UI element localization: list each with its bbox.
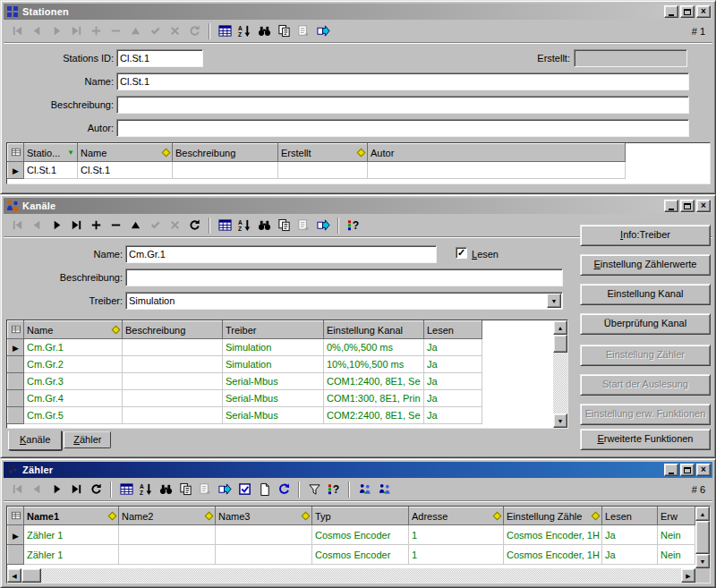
maximize-button[interactable] [680, 200, 695, 212]
cancel-record-button[interactable] [165, 217, 184, 234]
insert-record-button[interactable] [86, 22, 106, 40]
vertical-scrollbar[interactable]: ▲ ▼ [553, 320, 567, 428]
new-document-button[interactable] [254, 481, 274, 499]
sort-button[interactable] [234, 22, 254, 40]
filter-button[interactable] [304, 481, 324, 499]
search-button[interactable] [254, 22, 274, 40]
erweiterte-funktionen-button[interactable]: Erweiterte Funktionen [580, 429, 711, 450]
copy-button[interactable] [274, 22, 294, 40]
refresh-button[interactable] [184, 22, 204, 40]
cell[interactable] [119, 545, 216, 565]
column-header-treiber[interactable]: Treiber [223, 321, 324, 339]
cell[interactable] [119, 525, 216, 545]
cell[interactable] [173, 162, 278, 179]
cell[interactable]: Cm.Gr.3 [24, 373, 123, 390]
column-header-autor[interactable]: Autor [368, 144, 626, 162]
paste-button[interactable] [294, 217, 313, 234]
column-header-name3[interactable]: Name3 [216, 507, 312, 525]
nav-next-button[interactable] [47, 481, 66, 499]
column-header-stationsid[interactable]: Statio...▼ [24, 144, 78, 162]
cell[interactable] [278, 162, 368, 179]
cell[interactable]: Serial-Mbus [223, 407, 324, 424]
cell[interactable] [216, 525, 312, 545]
cell[interactable]: Simulation [223, 356, 324, 373]
cell[interactable]: Cosmos Encoder, 1H [504, 525, 602, 545]
cell[interactable] [123, 373, 223, 390]
minimize-button[interactable] [664, 200, 678, 212]
ueberpruefung-kanal-button[interactable]: Überprüfung Kanal [580, 313, 711, 335]
link-channels-button[interactable] [354, 481, 374, 499]
sort-button[interactable] [234, 217, 254, 234]
cell[interactable]: COM1:2400, 8E1, Se [324, 373, 424, 390]
paste-button[interactable] [195, 481, 215, 499]
cell[interactable]: Ja [424, 339, 482, 356]
scroll-down-button[interactable]: ▼ [695, 554, 710, 568]
refresh-button[interactable] [86, 481, 106, 499]
column-header-name1[interactable]: Name1 [24, 507, 119, 525]
refresh-button[interactable] [184, 217, 204, 234]
cell[interactable]: Nein [658, 545, 695, 565]
beschreibung-input[interactable] [125, 268, 563, 286]
minimize-button[interactable] [664, 5, 678, 18]
cell[interactable]: Cm.Gr.2 [24, 356, 123, 373]
delete-record-button[interactable] [106, 22, 125, 40]
nav-prev-button[interactable] [27, 481, 47, 499]
reload-button[interactable] [274, 481, 294, 499]
scroll-thumb[interactable] [553, 335, 567, 353]
maximize-button[interactable] [680, 5, 695, 18]
cell[interactable]: 1 [409, 525, 504, 545]
column-header-lesen[interactable]: Lesen [424, 321, 482, 339]
cell[interactable]: Zähler 1 [24, 525, 119, 545]
scroll-down-button[interactable]: ▼ [553, 413, 567, 428]
close-button[interactable]: × [696, 464, 711, 476]
close-button[interactable]: × [696, 200, 711, 212]
cell[interactable]: Cl.St.1 [24, 162, 78, 179]
table-view-button[interactable] [215, 22, 234, 40]
edit-record-button[interactable] [125, 22, 145, 40]
cell[interactable]: Ja [424, 356, 482, 373]
vertical-scrollbar[interactable]: ▲ ▼ [695, 507, 710, 568]
validate-button[interactable] [234, 481, 254, 499]
nav-prev-button[interactable] [27, 217, 47, 234]
beschreibung-input[interactable] [116, 96, 689, 114]
cell[interactable]: Cosmos Encoder [312, 525, 409, 545]
cell[interactable]: 0%,0%,500 ms [324, 339, 424, 356]
scroll-right-button[interactable]: ▶ [681, 568, 695, 583]
send-button[interactable] [215, 481, 234, 499]
treiber-combobox[interactable]: Simulation ▼ [125, 292, 563, 310]
scroll-thumb[interactable] [21, 568, 41, 583]
scroll-up-button[interactable]: ▲ [553, 320, 567, 335]
cell[interactable]: Cm.Gr.4 [24, 390, 123, 407]
copy-button[interactable] [274, 217, 294, 234]
cell[interactable]: 10%,10%,500 ms [324, 356, 424, 373]
nav-next-button[interactable] [47, 22, 66, 40]
column-header-beschreibung[interactable]: Beschreibung [173, 144, 278, 162]
send-button[interactable] [313, 22, 333, 40]
column-header-typ[interactable]: Typ [312, 507, 409, 525]
cell[interactable]: Simulation [223, 339, 324, 356]
column-header-einstellung-kanal[interactable]: Einstellung Kanal [324, 321, 424, 339]
stations-id-input[interactable] [116, 49, 203, 67]
maximize-button[interactable] [680, 464, 695, 476]
tab-zaehler[interactable]: Zähler [64, 431, 111, 448]
column-header-beschreibung[interactable]: Beschreibung [123, 321, 223, 339]
cell[interactable]: Cl.St.1 [78, 162, 173, 179]
sort-button[interactable] [136, 481, 156, 499]
column-header-einstellung-zaehler[interactable]: Einstellung Zähle [504, 507, 602, 525]
cell[interactable] [123, 356, 223, 373]
table-view-button[interactable] [116, 481, 136, 499]
cell[interactable] [123, 339, 223, 356]
column-header-erw[interactable]: Erw [658, 507, 695, 525]
cell[interactable]: Ja [424, 390, 482, 407]
cell[interactable] [368, 162, 626, 179]
cell[interactable] [123, 407, 223, 424]
edit-record-button[interactable] [125, 217, 145, 234]
lesen-checkbox[interactable]: ✓ [456, 247, 467, 259]
scroll-left-button[interactable]: ◀ [7, 568, 21, 583]
einstellung-kanal-button[interactable]: Einstellung Kanal [580, 284, 711, 305]
scroll-up-button[interactable]: ▲ [695, 507, 710, 521]
tab-kanaele[interactable]: Kanäle [8, 430, 62, 450]
nav-next-button[interactable] [47, 217, 66, 234]
column-header-name[interactable]: Name [78, 144, 173, 162]
nav-last-button[interactable] [66, 217, 86, 234]
